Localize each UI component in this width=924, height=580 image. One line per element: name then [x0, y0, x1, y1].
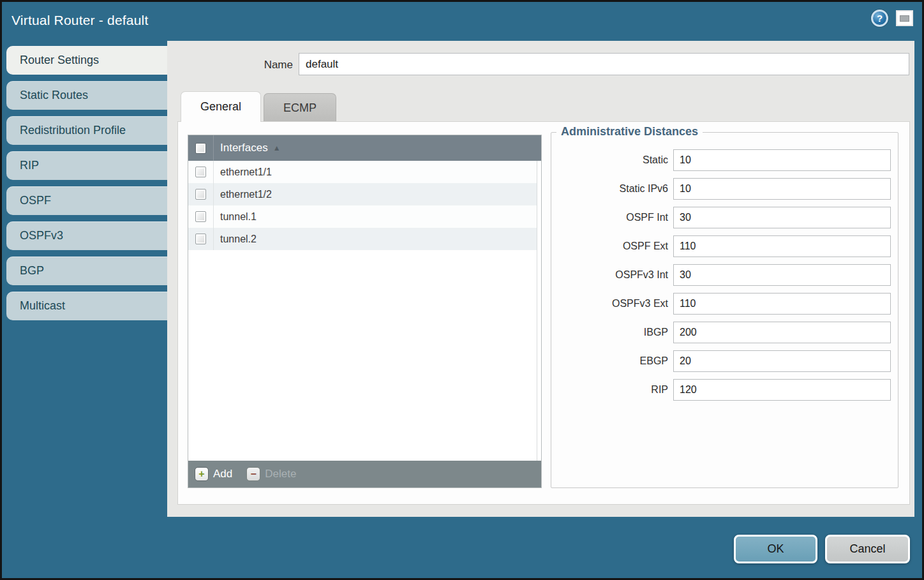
virtual-router-dialog: Virtual Router - default ? Router Settin…: [0, 0, 924, 580]
help-icon[interactable]: ?: [871, 10, 888, 27]
static-ipv6-label: Static IPv6: [551, 183, 668, 195]
interfaces-table-body: ethernet1/1 ethernet1/2 tunnel.1 tu: [188, 161, 541, 461]
name-input[interactable]: [299, 53, 909, 75]
table-row[interactable]: ethernet1/1: [188, 161, 537, 183]
general-tab-panel: Interfaces ▲ ethernet1/1 ethernet1/2: [177, 121, 910, 505]
interfaces-table: Interfaces ▲ ethernet1/1 ethernet1/2: [188, 135, 542, 488]
plus-icon: +: [195, 467, 209, 481]
administrative-distances-legend: Administrative Distances: [556, 125, 703, 138]
rip-input[interactable]: [673, 379, 891, 401]
sidebar-item-ospf[interactable]: OSPF: [6, 186, 167, 215]
select-all-checkbox[interactable]: [195, 143, 206, 154]
delete-button-label: Delete: [265, 468, 296, 480]
ebgp-input[interactable]: [673, 350, 891, 372]
minus-icon: −: [246, 467, 260, 481]
field-row: RIP: [551, 379, 898, 401]
ospf-int-input[interactable]: [673, 207, 891, 228]
name-label: Name: [167, 59, 293, 71]
field-row: OSPF Int: [551, 207, 898, 228]
sidebar-item-redistribution-profile[interactable]: Redistribution Profile: [6, 116, 167, 145]
interface-name: ethernet1/2: [214, 189, 272, 200]
name-row: Name: [167, 41, 914, 79]
sidebar-item-ospfv3[interactable]: OSPFv3: [6, 221, 167, 250]
static-label: Static: [551, 154, 668, 166]
delete-button[interactable]: − Delete: [246, 467, 296, 481]
field-row: OSPFv3 Ext: [551, 293, 898, 315]
static-ipv6-input[interactable]: [673, 178, 891, 200]
table-row[interactable]: tunnel.2: [188, 228, 537, 250]
add-button-label: Add: [213, 468, 232, 480]
field-row: OSPF Ext: [551, 235, 898, 257]
interface-name: ethernet1/1: [214, 167, 272, 178]
interface-name: tunnel.2: [214, 234, 257, 245]
field-row: IBGP: [551, 322, 898, 343]
ok-button[interactable]: OK: [734, 535, 817, 563]
sidebar: Router Settings Static Routes Redistribu…: [6, 46, 167, 327]
add-button[interactable]: + Add: [195, 467, 232, 481]
row-checkbox[interactable]: [195, 189, 206, 200]
field-row: Static: [551, 149, 898, 171]
content-area: Name General ECMP Interfaces ▲: [167, 41, 914, 517]
field-row: EBGP: [551, 350, 898, 372]
ospf-ext-label: OSPF Ext: [551, 241, 668, 252]
dialog-title: Virtual Router - default: [11, 13, 149, 28]
sidebar-item-bgp[interactable]: BGP: [6, 257, 167, 285]
rip-label: RIP: [551, 384, 668, 396]
tab-ecmp[interactable]: ECMP: [264, 93, 336, 122]
tab-general[interactable]: General: [181, 91, 261, 122]
sidebar-item-multicast[interactable]: Multicast: [6, 292, 167, 320]
ospfv3-int-label: OSPFv3 Int: [551, 269, 668, 281]
ospfv3-int-input[interactable]: [673, 264, 891, 286]
static-input[interactable]: [673, 149, 891, 171]
ospfv3-ext-input[interactable]: [673, 293, 891, 315]
row-checkbox[interactable]: [195, 167, 206, 177]
table-row[interactable]: tunnel.1: [188, 205, 537, 228]
window-pane-glyph: [900, 15, 909, 22]
interface-name: tunnel.1: [214, 211, 257, 223]
field-row: OSPFv3 Int: [551, 264, 898, 286]
window-restore-icon[interactable]: [896, 10, 913, 26]
ospf-ext-input[interactable]: [673, 235, 891, 257]
sidebar-item-static-routes[interactable]: Static Routes: [6, 81, 167, 110]
tab-strip: General ECMP: [181, 91, 339, 122]
table-row[interactable]: ethernet1/2: [188, 183, 537, 205]
field-row: Static IPv6: [551, 178, 898, 200]
ospf-int-label: OSPF Int: [551, 212, 668, 223]
ospfv3-ext-label: OSPFv3 Ext: [551, 298, 668, 309]
interfaces-column-header[interactable]: Interfaces: [220, 142, 268, 154]
ibgp-input[interactable]: [673, 322, 891, 343]
administrative-distances-group: Administrative Distances Static Static I…: [551, 132, 898, 488]
sort-ascending-icon[interactable]: ▲: [273, 144, 281, 152]
ibgp-label: IBGP: [551, 327, 668, 338]
sidebar-item-rip[interactable]: RIP: [6, 151, 167, 180]
interfaces-table-header: Interfaces ▲: [188, 135, 541, 161]
row-checkbox[interactable]: [195, 211, 206, 222]
sidebar-item-router-settings[interactable]: Router Settings: [6, 46, 167, 75]
interfaces-table-toolbar: + Add − Delete: [188, 461, 541, 487]
row-checkbox[interactable]: [195, 234, 206, 244]
ebgp-label: EBGP: [551, 355, 668, 367]
cancel-button[interactable]: Cancel: [825, 535, 910, 563]
dialog-header: Virtual Router - default ?: [2, 2, 922, 41]
